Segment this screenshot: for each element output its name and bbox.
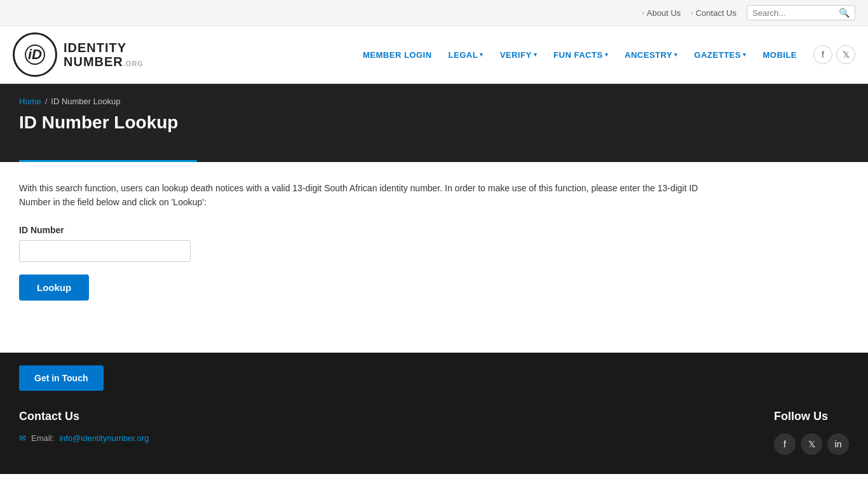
gazettes-chevron-icon: ▾ [743,51,747,58]
footer-contact-title: Contact Us [19,410,149,423]
search-box: 🔍 [747,5,855,20]
breadcrumb-separator: / [45,97,48,106]
email-label: Email: [31,433,54,443]
footer-follow-col: Follow Us f 𝕏 in [774,410,849,455]
verify-chevron-icon: ▾ [534,51,538,58]
nav-legal[interactable]: LEGAL ▾ [442,46,490,64]
main-content: With this search function, users can loo… [0,162,868,353]
nav-mobile[interactable]: MOBILE [756,46,803,64]
footer-facebook-icon[interactable]: f [774,433,796,455]
footer-twitter-icon[interactable]: 𝕏 [801,433,822,455]
footer-linkedin-icon[interactable]: in [827,433,849,455]
breadcrumb-current: ID Number Lookup [51,97,120,106]
footer-email-row: ✉ Email: info@identitynumber.org [19,433,149,443]
footer: Get in Touch Contact Us ✉ Email: info@id… [0,353,868,474]
footer-contact-col: Contact Us ✉ Email: info@identitynumber.… [19,410,149,455]
get-in-touch-button[interactable]: Get in Touch [19,365,104,391]
search-input[interactable] [752,8,835,18]
nav-gazettes[interactable]: GAZETTES ▾ [688,46,753,64]
contact-chevron-icon: › [691,10,693,17]
social-icons: f 𝕏 [813,45,855,64]
search-button[interactable]: 🔍 [839,8,850,18]
nav-member-login[interactable]: MEMBER LOGIN [356,46,438,64]
page-title-section: Home / ID Number Lookup ID Number Lookup [0,84,868,162]
lookup-button[interactable]: Lookup [19,274,89,301]
nav-verify[interactable]: VERIFY ▾ [494,46,543,64]
logo-circle: iD [13,32,57,77]
id-number-input[interactable] [19,240,191,262]
about-us-link[interactable]: › About Us [642,8,681,18]
funfacts-chevron-icon: ▾ [605,51,609,58]
logo-link[interactable]: iD IDENTITY NUMBER.ORG [13,32,144,77]
header: iD IDENTITY NUMBER.ORG MEMBER LOGIN LEGA… [0,26,868,84]
nav-area: MEMBER LOGIN LEGAL ▾ VERIFY ▾ FUN FACTS … [356,45,855,64]
legal-chevron-icon: ▾ [480,51,484,58]
id-number-label: ID Number [19,225,849,235]
contact-us-link[interactable]: › Contact Us [691,8,736,18]
description-text: With this search function, users can loo… [19,181,718,210]
breadcrumb-home-link[interactable]: Home [19,97,41,106]
logo-line1: IDENTITY [64,41,144,55]
footer-social-icons: f 𝕏 in [774,433,849,455]
about-chevron-icon: › [642,10,644,17]
page-title: ID Number Lookup [19,112,849,133]
logo-id-text: iD [25,44,45,65]
email-icon: ✉ [19,433,26,443]
nav-fun-facts[interactable]: FUN FACTS ▾ [547,46,614,64]
logo-text-area: IDENTITY NUMBER.ORG [64,41,144,69]
facebook-icon[interactable]: f [813,45,832,64]
ancestry-chevron-icon: ▾ [674,51,678,58]
breadcrumb: Home / ID Number Lookup [19,97,849,106]
footer-follow-title: Follow Us [774,410,849,423]
nav-ancestry[interactable]: ANCESTRY ▾ [618,46,684,64]
title-underline [19,160,197,162]
twitter-icon[interactable]: 𝕏 [836,45,855,64]
footer-columns: Contact Us ✉ Email: info@identitynumber.… [19,410,849,455]
top-bar: › About Us › Contact Us 🔍 [0,0,868,26]
footer-email-link[interactable]: info@identitynumber.org [59,433,149,443]
logo-line2: NUMBER.ORG [64,55,144,69]
